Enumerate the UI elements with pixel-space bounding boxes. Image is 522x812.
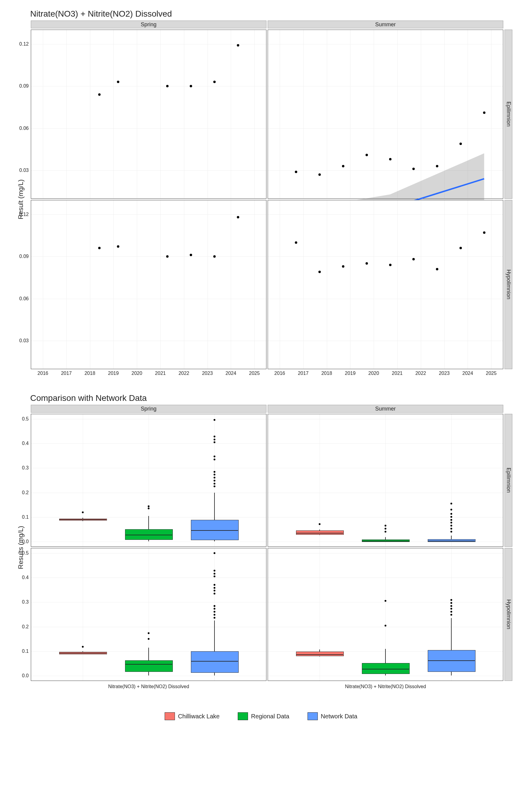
boxplot-box xyxy=(191,651,239,673)
panel-summer-hypo: 2016201720182019202020212022202320242025 xyxy=(268,200,503,369)
data-point xyxy=(342,165,344,167)
x-label-2: Nitrate(NO3) + Nitrite(NO2) Dissolved xyxy=(268,682,503,694)
data-point xyxy=(166,255,168,258)
chart2-facets: Spring Summer Results (mg/L) 0.00.10.20.… xyxy=(12,405,510,694)
data-point xyxy=(318,271,321,273)
data-point xyxy=(213,255,216,258)
chart1-title: Nitrate(NO3) + Nitrite(NO2) Dissolved xyxy=(12,9,510,19)
panel-spring-epi-2: 0.00.10.20.30.40.5 xyxy=(31,414,266,547)
data-point xyxy=(483,231,485,234)
boxplot-box xyxy=(296,530,344,535)
data-point xyxy=(117,81,119,83)
row-strip-epi-2: Epilimnion xyxy=(504,414,512,547)
data-point xyxy=(237,216,239,218)
col-strip-summer: Summer xyxy=(268,21,503,28)
row-strip-hypo-2: Hypolimnion xyxy=(504,548,512,681)
col-strip-spring-2: Spring xyxy=(31,405,266,413)
data-point xyxy=(318,174,321,176)
chart1-facets: Spring Summer Result (mg/L) 0.030.060.09… xyxy=(12,21,510,378)
legend: Chilliwack Lake Regional Data Network Da… xyxy=(12,712,510,720)
col-strip-summer-2: Summer xyxy=(268,405,503,413)
data-point xyxy=(412,168,415,170)
legend-network: Network Data xyxy=(307,712,357,720)
legend-chilliwack: Chilliwack Lake xyxy=(165,712,220,720)
row-strip-epi: Epilimnion xyxy=(504,29,512,199)
boxplot-box xyxy=(125,661,173,672)
data-point xyxy=(483,111,485,114)
row-strip-hypo: Hypolimnion xyxy=(504,200,512,369)
data-point xyxy=(166,85,168,87)
data-point xyxy=(389,264,392,266)
y-axis-title-2: Results (mg/L) xyxy=(12,414,29,681)
data-point xyxy=(117,245,119,248)
x-label-1: Nitrate(NO3) + Nitrite(NO2) Dissolved xyxy=(31,682,266,694)
data-point xyxy=(365,262,368,265)
data-point xyxy=(389,158,392,160)
data-point xyxy=(98,247,101,249)
legend-regional: Regional Data xyxy=(238,712,289,720)
boxplot-box xyxy=(362,663,409,674)
panel-spring-epi: 0.030.060.090.12 xyxy=(31,29,266,199)
panel-spring-hypo-2: 0.00.10.20.30.40.5 xyxy=(31,548,266,681)
panel-spring-hypo: 0.030.060.090.12201620172018201920202021… xyxy=(31,200,266,369)
data-point xyxy=(436,165,438,167)
data-point xyxy=(237,44,239,46)
y-axis-title-1: Result (mg/L) xyxy=(12,29,29,369)
data-point xyxy=(365,154,368,156)
boxplot-box xyxy=(296,652,344,656)
data-point xyxy=(412,258,415,260)
data-point xyxy=(190,254,192,256)
data-point xyxy=(342,265,344,268)
data-point xyxy=(213,81,216,83)
data-point xyxy=(295,171,297,173)
data-point xyxy=(460,247,462,249)
data-point xyxy=(98,93,101,96)
data-point xyxy=(436,268,438,270)
panel-summer-epi xyxy=(268,29,503,199)
col-strip-spring: Spring xyxy=(31,21,266,28)
data-point xyxy=(190,85,192,87)
data-point xyxy=(295,241,297,244)
data-point xyxy=(460,143,462,145)
chart2-title: Comparison with Network Data xyxy=(12,393,510,403)
panel-summer-epi-2 xyxy=(268,414,503,547)
panel-summer-hypo-2 xyxy=(268,548,503,681)
